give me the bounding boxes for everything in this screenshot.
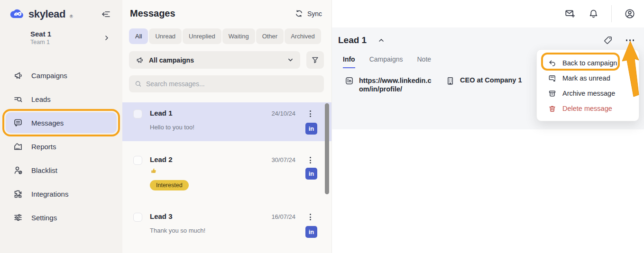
profile-icon[interactable] xyxy=(624,8,635,19)
linkedin-badge-icon: in xyxy=(305,226,317,238)
lead-linkedin-url[interactable]: https://www.linkedin.com/in/profile/ xyxy=(359,76,432,93)
funnel-icon xyxy=(311,56,319,64)
thread-date: 16/07/24 xyxy=(271,213,295,220)
thread-date: 30/07/24 xyxy=(271,156,295,163)
sidebar-item-label: Reports xyxy=(31,143,56,151)
message-filters: All Unread Unreplied Waiting Other Archi… xyxy=(129,28,324,44)
sync-button[interactable]: Sync xyxy=(295,9,322,18)
thread-checkbox[interactable] xyxy=(133,156,142,165)
linkedin-badge-icon: in xyxy=(305,123,317,135)
sidebar-item-leads[interactable]: Leads xyxy=(0,87,122,111)
puzzle-icon xyxy=(13,189,23,199)
menu-item-archive-message[interactable]: Archive message xyxy=(537,86,639,101)
linkedin-outline-icon xyxy=(345,76,354,85)
sidebar-item-label: Messages xyxy=(31,119,64,127)
search-bar xyxy=(129,75,324,92)
thread-checkbox[interactable] xyxy=(133,109,142,118)
sidebar-item-label: Blacklist xyxy=(31,166,57,174)
brand-name: skylead xyxy=(28,8,65,20)
sidebar-item-messages[interactable]: Messages xyxy=(6,112,117,133)
trash-icon xyxy=(548,105,556,113)
menu-item-label: Back to campaign xyxy=(562,59,617,67)
filter-tab-unreplied[interactable]: Unreplied xyxy=(183,28,221,44)
thumbs-up-emoji-icon xyxy=(150,167,157,176)
search-input[interactable] xyxy=(146,80,318,88)
sidebar-item-blacklist[interactable]: Blacklist xyxy=(0,158,122,182)
sidebar-item-integrations[interactable]: Integrations xyxy=(0,182,122,206)
message-actions-menu: Back to campaign Mark as unread Archive … xyxy=(536,49,639,121)
thread-menu-button[interactable] xyxy=(306,155,314,165)
seat-selector[interactable]: Seat 1 Team 1 xyxy=(0,20,122,45)
advanced-filter-button[interactable] xyxy=(306,51,324,69)
search-icon xyxy=(135,80,142,88)
messages-panel: Messages Sync All Unread Unreplied Waiti… xyxy=(122,0,332,253)
filter-tab-other[interactable]: Other xyxy=(256,28,284,44)
thread-preview: Hello to you too! xyxy=(150,124,194,131)
sliders-icon xyxy=(13,213,23,222)
message-icon xyxy=(13,118,23,127)
menu-item-label: Archive message xyxy=(562,90,615,97)
chevron-up-icon[interactable] xyxy=(378,37,385,44)
thread-row-lead-2[interactable]: Lead 2 30/07/24 Interested in xyxy=(122,149,331,198)
bell-icon[interactable] xyxy=(588,9,599,19)
archive-icon xyxy=(548,90,556,98)
sidebar: skylead® Seat 1 Team 1 Campaigns Leads xyxy=(0,0,122,253)
thread-name: Lead 3 xyxy=(150,212,173,220)
menu-item-back-to-campaign[interactable]: Back to campaign xyxy=(537,55,639,71)
thread-date: 24/10/24 xyxy=(271,110,295,117)
topbar-divider xyxy=(611,5,612,22)
undo-icon xyxy=(548,59,556,67)
tab-campaigns[interactable]: Campaigns xyxy=(369,55,403,68)
leads-search-icon xyxy=(13,94,23,104)
mail-plus-icon[interactable] xyxy=(564,8,576,19)
menu-item-mark-as-unread[interactable]: Mark as unread xyxy=(537,71,639,86)
thread-menu-button[interactable] xyxy=(306,108,314,119)
menu-item-label: Delete message xyxy=(562,105,612,112)
cloud-logo-icon xyxy=(9,9,25,20)
filter-tab-unread[interactable]: Unread xyxy=(149,28,182,44)
linkedin-badge-icon: in xyxy=(305,168,317,180)
sidebar-item-settings[interactable]: Settings xyxy=(0,206,122,229)
tag-icon[interactable] xyxy=(603,36,613,45)
thread-checkbox[interactable] xyxy=(133,213,142,222)
lead-position: CEO at Company 1 xyxy=(460,76,522,84)
list-scrollbar[interactable] xyxy=(325,103,329,194)
thread-menu-button[interactable] xyxy=(306,212,314,222)
filter-tab-archived[interactable]: Archived xyxy=(285,28,321,44)
thread-row-lead-3[interactable]: Lead 3 16/07/24 Thank you so much! in xyxy=(122,206,331,244)
sidebar-item-label: Integrations xyxy=(31,190,68,198)
skylead-logo: skylead® xyxy=(9,8,73,20)
sidebar-item-campaigns[interactable]: Campaigns xyxy=(0,63,122,87)
sidebar-item-label: Leads xyxy=(31,95,51,103)
page-title: Messages xyxy=(130,8,175,19)
chevron-down-icon xyxy=(287,57,294,63)
sidebar-item-reports[interactable]: Reports xyxy=(0,135,122,158)
tab-note[interactable]: Note xyxy=(417,55,431,68)
thread-name: Lead 1 xyxy=(150,109,173,117)
megaphone-icon xyxy=(13,71,23,80)
menu-item-label: Mark as unread xyxy=(562,74,610,82)
blacklist-icon xyxy=(13,165,23,175)
sidebar-item-label: Settings xyxy=(31,214,57,222)
seat-title: Seat 1 xyxy=(30,30,51,38)
collapse-sidebar-icon[interactable] xyxy=(101,9,111,19)
thread-preview: Thank you so much! xyxy=(150,227,205,234)
campaign-select[interactable]: All campaigns xyxy=(129,51,300,69)
thread-row-lead-1[interactable]: Lead 1 24/10/24 Hello to you too! in xyxy=(122,102,331,141)
lead-title: Lead 1 xyxy=(338,35,367,45)
sync-icon xyxy=(295,9,303,18)
interested-tag-badge: Interested xyxy=(150,180,189,190)
tab-info[interactable]: Info xyxy=(343,55,355,68)
menu-item-delete-message[interactable]: Delete message xyxy=(537,101,639,116)
megaphone-icon xyxy=(136,56,144,64)
building-icon xyxy=(446,76,455,85)
reports-icon xyxy=(13,142,23,151)
seat-subtitle: Team 1 xyxy=(30,39,51,45)
chevron-right-icon xyxy=(103,35,110,41)
filter-tab-waiting[interactable]: Waiting xyxy=(222,28,255,44)
filter-tab-all[interactable]: All xyxy=(129,28,148,44)
topbar xyxy=(332,0,644,27)
more-actions-button[interactable] xyxy=(626,36,635,44)
lead-detail-panel: Lead 1 Info Campaigns Note xyxy=(332,0,644,253)
campaign-select-value: All campaigns xyxy=(149,56,282,64)
